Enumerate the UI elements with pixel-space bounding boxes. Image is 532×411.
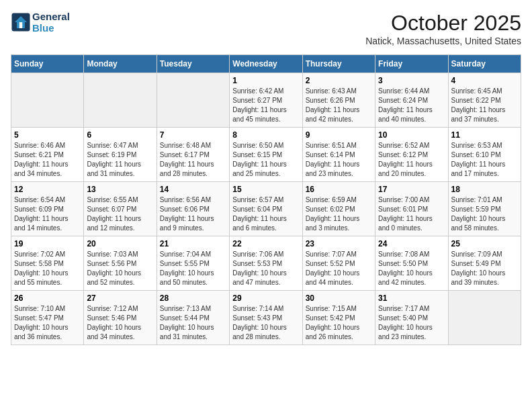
day-number: 26 xyxy=(14,293,81,303)
day-number: 3 xyxy=(378,76,445,85)
day-number: 1 xyxy=(232,76,299,85)
calendar-cell: 25Sunrise: 7:09 AM Sunset: 5:49 PM Dayli… xyxy=(448,236,521,291)
calendar-week-row: 1Sunrise: 6:42 AM Sunset: 6:27 PM Daylig… xyxy=(11,73,521,128)
calendar-cell: 13Sunrise: 6:55 AM Sunset: 6:07 PM Dayli… xyxy=(84,182,157,236)
calendar-cell: 19Sunrise: 7:02 AM Sunset: 5:58 PM Dayli… xyxy=(11,236,84,291)
calendar-cell: 7Sunrise: 6:48 AM Sunset: 6:17 PM Daylig… xyxy=(157,128,229,182)
day-number: 4 xyxy=(451,76,518,85)
calendar-cell: 11Sunrise: 6:53 AM Sunset: 6:10 PM Dayli… xyxy=(448,128,521,182)
day-number: 11 xyxy=(451,130,518,140)
calendar-cell xyxy=(84,73,157,128)
page-header: General Blue October 2025 Natick, Massac… xyxy=(11,11,521,46)
calendar-cell: 21Sunrise: 7:04 AM Sunset: 5:55 PM Dayli… xyxy=(157,236,229,291)
day-info: Sunrise: 7:03 AM Sunset: 5:56 PM Dayligh… xyxy=(87,250,153,287)
calendar-cell: 12Sunrise: 6:54 AM Sunset: 6:09 PM Dayli… xyxy=(11,182,84,236)
day-info: Sunrise: 7:17 AM Sunset: 5:40 PM Dayligh… xyxy=(378,304,445,342)
calendar-cell: 23Sunrise: 7:07 AM Sunset: 5:52 PM Dayli… xyxy=(302,236,375,291)
day-number: 7 xyxy=(160,130,226,140)
weekday-header-monday: Monday xyxy=(84,55,157,73)
day-number: 27 xyxy=(87,293,153,303)
day-number: 20 xyxy=(87,239,153,248)
day-number: 12 xyxy=(14,185,81,194)
day-info: Sunrise: 6:53 AM Sunset: 6:10 PM Dayligh… xyxy=(451,141,518,179)
day-number: 2 xyxy=(306,76,372,85)
day-info: Sunrise: 6:45 AM Sunset: 6:22 PM Dayligh… xyxy=(451,87,518,124)
calendar-cell: 14Sunrise: 6:56 AM Sunset: 6:06 PM Dayli… xyxy=(157,182,229,236)
day-info: Sunrise: 7:15 AM Sunset: 5:42 PM Dayligh… xyxy=(306,304,372,342)
calendar-cell: 28Sunrise: 7:13 AM Sunset: 5:44 PM Dayli… xyxy=(157,291,229,345)
day-info: Sunrise: 7:04 AM Sunset: 5:55 PM Dayligh… xyxy=(160,250,226,287)
day-number: 14 xyxy=(160,185,226,194)
weekday-header-friday: Friday xyxy=(375,55,448,73)
calendar-cell: 31Sunrise: 7:17 AM Sunset: 5:40 PM Dayli… xyxy=(375,291,448,345)
day-number: 9 xyxy=(306,130,372,140)
day-number: 15 xyxy=(232,185,299,194)
calendar-cell: 5Sunrise: 6:46 AM Sunset: 6:21 PM Daylig… xyxy=(11,128,84,182)
calendar-cell xyxy=(448,291,521,345)
day-number: 19 xyxy=(14,239,81,248)
day-number: 13 xyxy=(87,185,153,194)
day-info: Sunrise: 6:44 AM Sunset: 6:24 PM Dayligh… xyxy=(378,87,445,124)
day-info: Sunrise: 7:10 AM Sunset: 5:47 PM Dayligh… xyxy=(14,304,81,342)
day-info: Sunrise: 6:48 AM Sunset: 6:17 PM Dayligh… xyxy=(160,141,226,179)
day-info: Sunrise: 7:08 AM Sunset: 5:50 PM Dayligh… xyxy=(378,250,445,287)
logo-text-line2: Blue xyxy=(32,22,70,34)
day-info: Sunrise: 6:55 AM Sunset: 6:07 PM Dayligh… xyxy=(87,195,153,233)
day-info: Sunrise: 7:06 AM Sunset: 5:53 PM Dayligh… xyxy=(232,250,299,287)
calendar-week-row: 19Sunrise: 7:02 AM Sunset: 5:58 PM Dayli… xyxy=(11,236,521,291)
day-info: Sunrise: 7:02 AM Sunset: 5:58 PM Dayligh… xyxy=(14,250,81,287)
logo-icon xyxy=(11,12,31,32)
day-info: Sunrise: 7:09 AM Sunset: 5:49 PM Dayligh… xyxy=(451,250,518,287)
calendar-week-row: 12Sunrise: 6:54 AM Sunset: 6:09 PM Dayli… xyxy=(11,182,521,236)
calendar-week-row: 5Sunrise: 6:46 AM Sunset: 6:21 PM Daylig… xyxy=(11,128,521,182)
day-info: Sunrise: 7:12 AM Sunset: 5:46 PM Dayligh… xyxy=(87,304,153,342)
day-info: Sunrise: 6:42 AM Sunset: 6:27 PM Dayligh… xyxy=(232,87,299,124)
month-year-title: October 2025 xyxy=(365,11,521,36)
day-info: Sunrise: 7:07 AM Sunset: 5:52 PM Dayligh… xyxy=(306,250,372,287)
day-number: 23 xyxy=(306,239,372,248)
calendar-cell: 10Sunrise: 6:52 AM Sunset: 6:12 PM Dayli… xyxy=(375,128,448,182)
day-number: 24 xyxy=(378,239,445,248)
day-number: 22 xyxy=(232,239,299,248)
calendar-cell: 27Sunrise: 7:12 AM Sunset: 5:46 PM Dayli… xyxy=(84,291,157,345)
calendar-cell: 16Sunrise: 6:59 AM Sunset: 6:02 PM Dayli… xyxy=(302,182,375,236)
logo: General Blue xyxy=(11,11,70,34)
weekday-header-thursday: Thursday xyxy=(302,55,375,73)
calendar-cell: 20Sunrise: 7:03 AM Sunset: 5:56 PM Dayli… xyxy=(84,236,157,291)
calendar-cell xyxy=(11,73,84,128)
day-number: 25 xyxy=(451,239,518,248)
svg-rect-2 xyxy=(19,22,23,28)
calendar-cell: 3Sunrise: 6:44 AM Sunset: 6:24 PM Daylig… xyxy=(375,73,448,128)
day-number: 16 xyxy=(306,185,372,194)
day-info: Sunrise: 6:47 AM Sunset: 6:19 PM Dayligh… xyxy=(87,141,153,179)
logo-text-line1: General xyxy=(32,11,70,22)
calendar-cell: 18Sunrise: 7:01 AM Sunset: 5:59 PM Dayli… xyxy=(448,182,521,236)
day-number: 29 xyxy=(232,293,299,303)
calendar-cell: 29Sunrise: 7:14 AM Sunset: 5:43 PM Dayli… xyxy=(230,291,302,345)
day-info: Sunrise: 6:56 AM Sunset: 6:06 PM Dayligh… xyxy=(160,195,226,233)
day-info: Sunrise: 6:51 AM Sunset: 6:14 PM Dayligh… xyxy=(306,141,372,179)
title-block: October 2025 Natick, Massachusetts, Unit… xyxy=(365,11,521,46)
day-info: Sunrise: 6:59 AM Sunset: 6:02 PM Dayligh… xyxy=(306,195,372,233)
calendar-week-row: 26Sunrise: 7:10 AM Sunset: 5:47 PM Dayli… xyxy=(11,291,521,345)
calendar-body: 1Sunrise: 6:42 AM Sunset: 6:27 PM Daylig… xyxy=(11,73,521,345)
day-info: Sunrise: 7:14 AM Sunset: 5:43 PM Dayligh… xyxy=(232,304,299,342)
calendar-cell: 8Sunrise: 6:50 AM Sunset: 6:15 PM Daylig… xyxy=(230,128,302,182)
weekday-header-tuesday: Tuesday xyxy=(157,55,229,73)
day-number: 10 xyxy=(378,130,445,140)
calendar-cell: 1Sunrise: 6:42 AM Sunset: 6:27 PM Daylig… xyxy=(230,73,302,128)
day-info: Sunrise: 6:46 AM Sunset: 6:21 PM Dayligh… xyxy=(14,141,81,179)
calendar-cell: 2Sunrise: 6:43 AM Sunset: 6:26 PM Daylig… xyxy=(302,73,375,128)
day-number: 31 xyxy=(378,293,445,303)
day-number: 5 xyxy=(14,130,81,140)
calendar-cell: 26Sunrise: 7:10 AM Sunset: 5:47 PM Dayli… xyxy=(11,291,84,345)
day-info: Sunrise: 6:43 AM Sunset: 6:26 PM Dayligh… xyxy=(306,87,372,124)
day-number: 28 xyxy=(160,293,226,303)
calendar-cell: 22Sunrise: 7:06 AM Sunset: 5:53 PM Dayli… xyxy=(230,236,302,291)
calendar-cell: 4Sunrise: 6:45 AM Sunset: 6:22 PM Daylig… xyxy=(448,73,521,128)
calendar-cell xyxy=(157,73,229,128)
day-number: 8 xyxy=(232,130,299,140)
day-info: Sunrise: 7:01 AM Sunset: 5:59 PM Dayligh… xyxy=(451,195,518,233)
day-info: Sunrise: 7:13 AM Sunset: 5:44 PM Dayligh… xyxy=(160,304,226,342)
day-info: Sunrise: 6:54 AM Sunset: 6:09 PM Dayligh… xyxy=(14,195,81,233)
